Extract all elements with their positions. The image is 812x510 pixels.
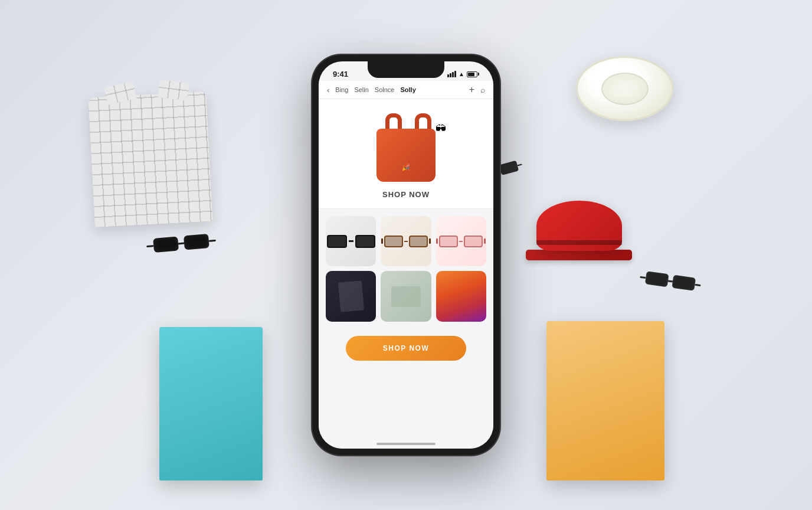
status-icons: ▲ [447, 71, 479, 77]
home-indicator [376, 443, 436, 445]
battery-icon [467, 71, 479, 77]
nav-bar[interactable]: ‹ Bing Selin Solnce Solly + ⌕ [319, 81, 493, 99]
product-card-photo-dark[interactable] [326, 271, 376, 321]
nav-plus-icon[interactable]: + [469, 84, 474, 95]
bag-body: 🎉 [376, 129, 436, 182]
product-card-glasses-pink[interactable] [436, 216, 486, 266]
phone-body: 9:41 ▲ [312, 54, 500, 456]
decorative-bowl [576, 56, 673, 121]
glasses-pink-image [436, 236, 486, 247]
decorative-sunglasses-right [639, 270, 702, 292]
signal-icon [447, 71, 456, 77]
photo-gray-content [381, 271, 431, 321]
phone-screen: 9:41 ▲ [319, 61, 493, 449]
shopping-bag-hero: 🎉 🕶 [371, 111, 441, 182]
decorative-shirt [88, 91, 212, 227]
status-time: 9:41 [333, 70, 348, 79]
product-card-photo-gray[interactable] [381, 271, 431, 321]
phone-notch [368, 61, 444, 78]
bag-sunglasses-decoration: 🕶 [436, 123, 446, 135]
cta-section[interactable]: SHOP NOW [319, 329, 493, 372]
photo-dark-content [326, 271, 376, 321]
product-card-glasses-dark[interactable] [326, 216, 376, 266]
decorative-sunglasses-left [146, 233, 217, 253]
phone-mockup: 9:41 ▲ [312, 54, 500, 456]
glasses-dark-image [326, 235, 376, 248]
nav-item-bing[interactable]: Bing [335, 86, 348, 93]
decorative-hat [536, 201, 632, 260]
hero-subtitle: SHOP NOW [382, 190, 430, 199]
photo-colorful-content [436, 271, 486, 321]
decorative-box-right [546, 321, 664, 480]
nav-item-solnce[interactable]: Solnce [375, 86, 395, 93]
product-card-photo-colorful[interactable] [436, 271, 486, 321]
product-grid[interactable] [319, 209, 493, 329]
wifi-icon: ▲ [459, 71, 464, 77]
product-card-glasses-brown[interactable] [381, 216, 431, 266]
hero-section: 🎉 🕶 SHOP NOW [319, 99, 493, 208]
decorative-box-left [159, 327, 263, 480]
cta-button[interactable]: SHOP NOW [346, 336, 467, 361]
glasses-brown-image [381, 236, 431, 247]
nav-item-solly[interactable]: Solly [400, 86, 415, 93]
screen-content: 🎉 🕶 SHOP NOW [319, 99, 493, 449]
nav-back-icon[interactable]: ‹ [327, 86, 329, 94]
nav-search-icon[interactable]: ⌕ [480, 85, 485, 94]
nav-item-selin[interactable]: Selin [354, 86, 368, 93]
